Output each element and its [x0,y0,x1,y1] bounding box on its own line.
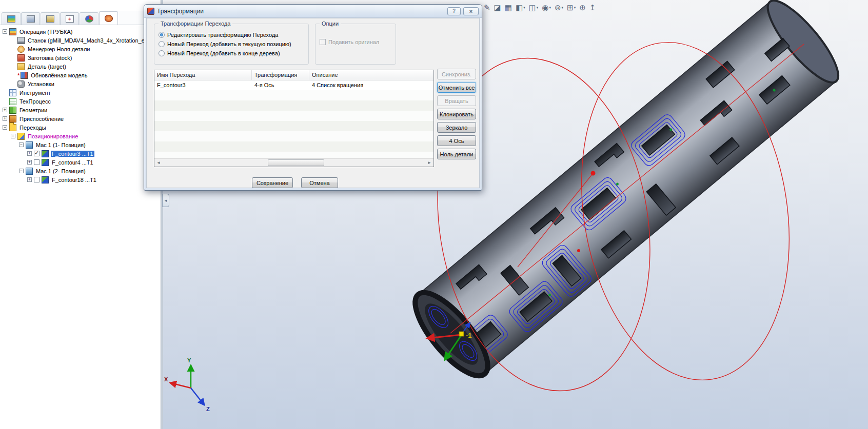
dialog-body: Трансформации Перехода Редактировать тра… [146,18,480,188]
displaymanager-tab[interactable] [80,12,98,25]
mirror-button[interactable]: Зеркало [437,122,476,133]
featuremanager-icon [7,15,15,23]
dimxpertmanager-tab[interactable]: ⌖ [60,12,79,25]
origin-label: -1 [466,332,472,339]
expand-icon[interactable]: + [27,151,32,156]
splitter-handle[interactable]: ◂ [162,194,169,207]
collapse-icon[interactable]: − [3,29,7,34]
scene-icon[interactable]: ⊞▾ [567,3,576,12]
synchronize-button[interactable]: Синхрониз. [437,69,476,79]
scroll-right-arrow[interactable]: ► [425,159,433,167]
heads-up-toolbar: ✎ ◪ ▦ ◧▾ ◫▾ ◉▾ ⊚▾ ⊞▾ ⊕ ↥ [484,2,596,14]
chevron-down-icon: ▾ [523,6,525,10]
cell-transform: 4-я Ось [252,80,309,90]
radio-icon [159,50,165,56]
collapse-icon[interactable]: − [19,142,24,147]
normal-to-icon[interactable]: ↥ [589,3,596,12]
part-zero-button[interactable]: Ноль детали [437,149,476,159]
positioning-icon [17,133,25,140]
radio-new-operation-end[interactable]: Новый Переход (добавить в конце дерева) [159,49,304,58]
tree-item-fcontour3[interactable]: + F_contour3 ...T1 [0,149,161,158]
cancel-button[interactable]: Отмена [301,177,338,188]
featuremanager-tab[interactable] [2,12,21,25]
y-axis-label: Y [187,357,191,363]
axes-grid-icon[interactable]: ▦ [505,3,512,12]
expand-icon[interactable]: + [3,108,7,112]
solidcam-icon [105,15,113,22]
axis4-button[interactable]: 4 Ось [437,135,476,146]
column-header-name[interactable]: Имя Перехода [154,70,252,80]
column-header-transform[interactable]: Трансформация [252,70,309,80]
dialog-title: Трансформации [157,8,445,15]
visibility-checkbox[interactable] [34,159,40,165]
help-button[interactable]: ? [447,7,461,15]
cancel-all-button[interactable]: Отменить все [437,82,476,93]
clone-button[interactable]: Клонировать [437,109,476,119]
solidcam-tab[interactable] [99,11,118,25]
tree-item-process[interactable]: ТехПроцесс [0,97,161,106]
rotate-button[interactable]: Вращать [437,95,476,106]
display-style-icon[interactable]: ◫▾ [529,3,539,12]
checkbox-icon [320,39,326,45]
scroll-thumb[interactable] [268,159,324,166]
tree-item-setups[interactable]: Установки [0,79,161,88]
zoom-icon[interactable]: ⊕ [579,3,586,12]
chevron-down-icon: ▾ [574,6,576,10]
tree-item-operation[interactable]: − Операция (ТРУБКА) [0,27,161,36]
configurationmanager-tab[interactable] [41,12,60,25]
sketch-icon[interactable]: ✎ [484,3,490,12]
close-button[interactable]: × [463,7,479,15]
tree-item-tool[interactable]: Инструмент [0,88,161,97]
view-orientation-icon[interactable]: ◧▾ [516,3,525,12]
scroll-track[interactable] [163,159,425,167]
x-axis-label: X [164,376,168,382]
column-header-description[interactable]: Описание [309,70,433,80]
reference-triad: Y X Z [164,357,210,412]
tree-item-zero-manager[interactable]: Менеджер Ноля детали [0,45,161,53]
tree-item-fixture[interactable]: + Приспособление [0,114,161,123]
tool-table-icon [9,89,16,96]
tree-item-machine[interactable]: Станок (gMill_MDAV4_Mach3_4x_Xrotation_e… [0,36,161,45]
tree-item-operations[interactable]: − Переходы [0,123,161,132]
dialog-titlebar[interactable]: Трансформации ? × [144,5,482,18]
empty-rows-area [154,90,433,158]
cell-operation-name: F_contour3 [154,80,252,90]
tree-item-positioning[interactable]: − Позиционирование [0,132,161,140]
appearances-icon[interactable]: ⊚▾ [555,3,563,12]
collapse-icon[interactable]: − [19,169,24,173]
feature-tree-panel: ⌖ − Операция (ТРУБКА) Станок (gMill_MDAV… [0,0,161,429]
hide-show-icon[interactable]: ◉▾ [542,3,551,12]
radio-icon [159,41,165,47]
visibility-checkbox[interactable] [34,151,40,156]
collapse-icon[interactable]: − [11,134,15,138]
expand-icon[interactable]: + [27,177,32,182]
visibility-checkbox[interactable] [34,177,40,182]
rotation-point [591,171,596,176]
section-view-icon[interactable]: ◪ [494,3,501,12]
tree-item-mac1-pos2[interactable]: − Mac 1 (2- Позиция) [0,167,161,175]
propertymanager-tab[interactable] [21,12,40,25]
tree-item-fcontour18[interactable]: + F_contour18 ...T1 [0,175,161,184]
tree-item-target[interactable]: Деталь (target) [0,62,161,71]
suppress-original-checkbox[interactable]: Подавить оригинал [320,37,391,47]
radio-edit-transform[interactable]: Редактировать трансформацию Перехода [159,30,304,39]
contour-operation-icon [42,176,49,183]
tree-item-geometries[interactable]: + Геометрии [0,106,161,114]
expand-icon[interactable]: + [27,160,32,165]
table-row[interactable]: F_contour3 4-я Ось 4 Список вращения [154,80,433,90]
configurationmanager-icon [46,15,54,23]
scroll-left-arrow[interactable]: ◄ [154,159,163,167]
dimxpert-icon: ⌖ [66,15,74,23]
expand-icon[interactable]: + [3,116,7,121]
chevron-down-icon: ▾ [549,6,551,10]
collapse-icon[interactable]: − [3,125,7,130]
tree-item-stock[interactable]: Заготовка (stock) [0,53,161,62]
tree-item-fcontour4[interactable]: + F_contour4 ...T1 [0,158,161,167]
tree-item-mac1-pos1[interactable]: − Mac 1 (1- Позиция) [0,140,161,149]
horizontal-scrollbar[interactable]: ◄ ► [154,158,433,167]
cam-feature-tree: − Операция (ТРУБКА) Станок (gMill_MDAV4_… [0,25,161,184]
displaymanager-icon [85,15,93,23]
tree-item-updated-model[interactable]: * Обновлённая модель [0,71,161,79]
save-button[interactable]: Сохранение [252,177,293,188]
radio-new-operation-current[interactable]: Новый Переход (добавить в текущую позици… [159,39,304,49]
